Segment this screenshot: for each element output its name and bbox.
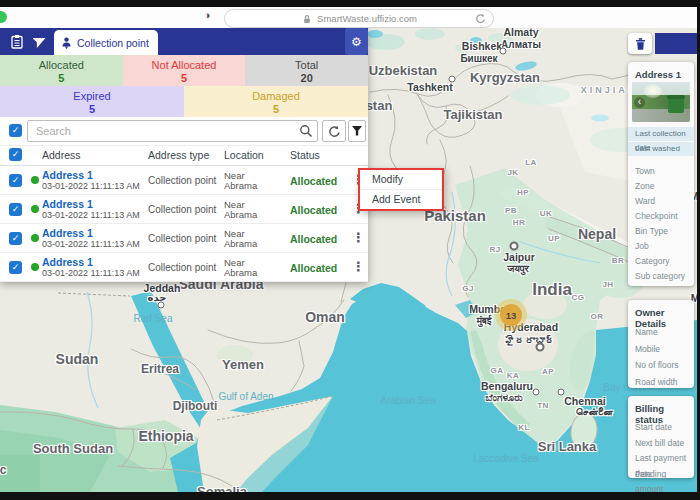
field-row: Name <box>628 324 694 341</box>
map-label: South Sudan <box>33 441 113 456</box>
context-menu-item-add-event[interactable]: Add Event <box>360 190 442 209</box>
map-label: Oman <box>305 309 345 325</box>
location-line2: Abrama <box>224 238 257 249</box>
header-checkbox[interactable]: ✓ <box>9 148 22 161</box>
stat-value: 5 <box>0 72 123 84</box>
table-row: ✓Address 103-01-2022 11:11:13 AMCollecti… <box>0 195 368 224</box>
highlight-row: Last washed <box>628 142 694 156</box>
row-menu-icon[interactable]: ⋮ <box>352 259 365 274</box>
reload-icon[interactable] <box>475 13 486 24</box>
map-label: Djibouti <box>173 399 218 413</box>
map-label: PB <box>505 206 517 215</box>
field-row: Checkpoint <box>628 209 694 224</box>
column-header-address-type: Address type <box>148 149 209 161</box>
map-label: AP <box>542 367 554 376</box>
city-dot-marker <box>449 76 456 83</box>
stats-row-2: Expired5Damaged5 <box>0 86 368 117</box>
trash-icon <box>634 37 647 51</box>
address-type: Collection point <box>148 175 216 186</box>
map-label: ಬೆಂಗಳೂರು <box>485 392 522 404</box>
refresh-button[interactable] <box>322 120 346 142</box>
search-icon[interactable] <box>299 124 313 138</box>
map-label: சென்னை <box>575 406 612 418</box>
address-timestamp: 03-01-2022 11:11:13 AM <box>42 239 140 249</box>
address-timestamp: 03-01-2022 11:11:13 AM <box>42 181 140 191</box>
url-bar[interactable]: SmartWaste.uffizio.com <box>224 9 494 28</box>
select-all-checkbox[interactable]: ✓ <box>9 124 22 137</box>
map-label: BR <box>612 256 625 265</box>
map-label: TN <box>537 401 549 410</box>
address-timestamp: 03-01-2022 11:11:13 AM <box>42 268 140 278</box>
map-label: GJ <box>462 284 474 293</box>
map-label: Kyrgyzstan <box>470 70 540 85</box>
stat-label: Allocated <box>0 59 123 71</box>
field-row: Mobile <box>628 341 694 358</box>
cluster-marker[interactable]: 13 <box>495 299 527 331</box>
map-label: Uzbekistan <box>369 63 438 78</box>
map-label: హైదరాబాద్ <box>505 335 555 346</box>
gear-icon: ⚙ <box>351 35 362 49</box>
context-menu-item-modify[interactable]: Modify <box>360 170 442 190</box>
filter-button[interactable] <box>348 120 366 142</box>
address-type: Collection point <box>148 262 216 273</box>
row-checkbox[interactable]: ✓ <box>9 203 22 216</box>
address-link[interactable]: Address 1 <box>42 169 93 181</box>
stat-total[interactable]: Total20 <box>245 55 368 86</box>
row-checkbox[interactable]: ✓ <box>9 261 22 274</box>
stat-allocated[interactable]: Allocated5 <box>0 55 123 86</box>
url-text: SmartWaste.uffizio.com <box>317 13 417 24</box>
map-label: Tajikistan <box>443 107 502 122</box>
map-label: Bengaluru <box>481 380 533 392</box>
row-status-dot <box>31 234 39 242</box>
delete-button[interactable] <box>628 33 652 54</box>
stat-value: 5 <box>184 103 368 115</box>
tab-collection-point[interactable]: Collection point <box>54 30 158 55</box>
filter-icon <box>351 125 363 137</box>
row-checkbox[interactable]: ✓ <box>9 232 22 245</box>
map-label: KA <box>507 371 520 380</box>
clipboard-icon[interactable] <box>10 34 24 49</box>
map-label: Sri Lanka <box>538 439 597 454</box>
address-card-title: Address 1 <box>628 62 694 80</box>
search-row: ✓ <box>0 117 368 146</box>
address-link[interactable]: Address 1 <box>42 256 93 268</box>
frame-top <box>0 0 700 7</box>
map-label: India <box>532 280 572 300</box>
tab-label: Collection point <box>77 37 149 49</box>
settings-button[interactable]: ⚙ <box>345 28 368 55</box>
stat-expired[interactable]: Expired5 <box>0 86 184 117</box>
stat-damaged[interactable]: Damaged5 <box>184 86 368 117</box>
map-label: Arabian Sea <box>380 395 435 406</box>
map-label: Sudan <box>56 351 99 367</box>
address-field-list: TownZoneWardCheckpointBin TypeJobCategor… <box>628 164 694 284</box>
stats-row-1: Allocated5Not Allocated5Total20 <box>0 55 368 86</box>
carousel-prev-icon[interactable]: ‹ <box>634 97 645 108</box>
navigation-icon[interactable] <box>33 34 47 48</box>
map-label: RJ <box>489 245 500 254</box>
map-label: GA <box>491 366 504 375</box>
bin-photo[interactable]: ‹ <box>632 82 690 122</box>
column-header-address: Address <box>42 149 81 161</box>
address-link[interactable]: Address 1 <box>42 198 93 210</box>
app-window: UzbekistanKyrgyzstanTajikistanstanPakist… <box>0 0 700 500</box>
stat-label: Not Allocated <box>123 59 246 71</box>
row-checkbox[interactable]: ✓ <box>9 174 22 187</box>
field-row: Zone <box>628 179 694 194</box>
row-status-dot <box>31 205 39 213</box>
map-label: JK <box>507 168 518 177</box>
map-label: Nepal <box>578 226 616 242</box>
row-menu-icon[interactable]: ⋮ <box>352 230 365 245</box>
field-row: Start date <box>628 420 694 436</box>
table-row: ✓Address 103-01-2022 11:11:13 AMCollecti… <box>0 224 368 253</box>
status-value: Allocated <box>290 175 337 187</box>
map-label: JH <box>602 280 613 289</box>
address-link[interactable]: Address 1 <box>42 227 93 239</box>
stat-label: Total <box>245 59 368 71</box>
stat-not-allocated[interactable]: Not Allocated5 <box>123 55 246 86</box>
owner-details-card: Owner Details NameMobileNo of floorsRoad… <box>628 300 694 388</box>
search-input[interactable] <box>27 120 318 142</box>
table-header: ✓ AddressAddress typeLocationStatus <box>0 146 368 166</box>
cluster-count: 13 <box>506 310 517 321</box>
map-label: Gulf of Aden <box>218 391 273 402</box>
stat-label: Damaged <box>184 90 368 102</box>
